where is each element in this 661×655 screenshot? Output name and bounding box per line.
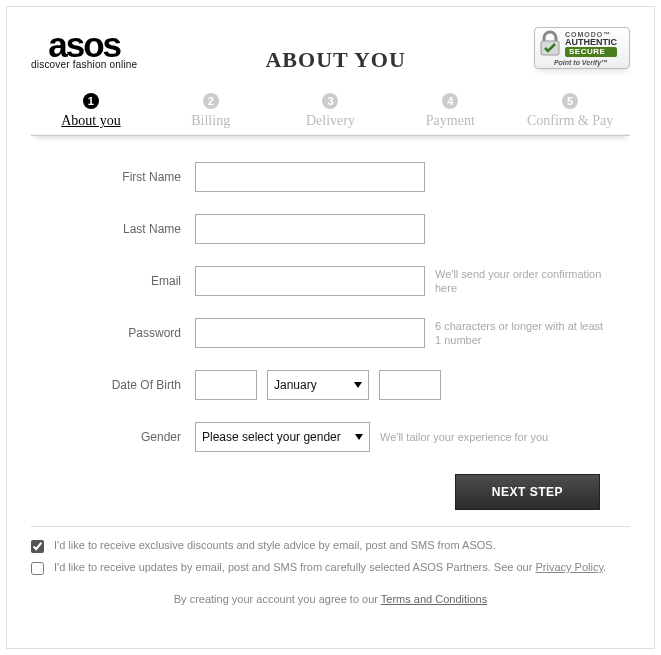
dob-month-select[interactable]: January xyxy=(267,370,369,400)
next-step-button[interactable]: NEXT STEP xyxy=(455,474,600,510)
step-5[interactable]: 5Confirm & Pay xyxy=(510,93,630,129)
progress-steps: 1About you2Billing3Delivery4Payment5Conf… xyxy=(31,93,630,136)
consent-2-checkbox[interactable] xyxy=(31,562,44,575)
secure-sub: Point to Verify™ xyxy=(554,59,608,66)
secure-badge[interactable]: COMODO™ AUTHENTIC SECURE Point to Verify… xyxy=(534,27,630,69)
dob-label: Date Of Birth xyxy=(41,378,181,392)
consent-1-checkbox[interactable] xyxy=(31,540,44,553)
step-4[interactable]: 4Payment xyxy=(390,93,510,129)
step-label: Billing xyxy=(189,113,232,129)
step-3[interactable]: 3Delivery xyxy=(271,93,391,129)
email-input[interactable] xyxy=(195,266,425,296)
secure-main: AUTHENTIC xyxy=(565,38,617,47)
logo-text: asos xyxy=(48,27,120,62)
chevron-down-icon xyxy=(354,382,362,388)
terms-link[interactable]: Terms and Conditions xyxy=(381,593,487,605)
consent-2-prefix: I'd like to receive updates by email, po… xyxy=(54,561,535,573)
step-2[interactable]: 2Billing xyxy=(151,93,271,129)
step-label: Confirm & Pay xyxy=(525,113,615,129)
consent-1[interactable]: I'd like to receive exclusive discounts … xyxy=(31,539,630,553)
step-label: About you xyxy=(59,113,123,129)
consent-2[interactable]: I'd like to receive updates by email, po… xyxy=(31,561,630,575)
password-input[interactable] xyxy=(195,318,425,348)
step-1[interactable]: 1About you xyxy=(31,93,151,129)
brand-logo: asos discover fashion online xyxy=(31,27,137,70)
step-number: 1 xyxy=(83,93,99,109)
gender-hint: We'll tailor your experience for you xyxy=(380,430,548,444)
password-hint: 6 characters or longer with at least 1 n… xyxy=(435,319,605,348)
gender-value: Please select your gender xyxy=(202,430,341,444)
logo-tagline: discover fashion online xyxy=(31,60,137,70)
dob-day-input[interactable] xyxy=(195,370,257,400)
first-name-input[interactable] xyxy=(195,162,425,192)
footer-note: By creating your account you agree to ou… xyxy=(31,593,630,605)
divider xyxy=(31,526,630,527)
password-label: Password xyxy=(41,326,181,340)
step-number: 3 xyxy=(322,93,338,109)
step-label: Payment xyxy=(424,113,477,129)
consent-2-suffix: . xyxy=(603,561,606,573)
email-label: Email xyxy=(41,274,181,288)
privacy-policy-link[interactable]: Privacy Policy xyxy=(535,561,603,573)
last-name-label: Last Name xyxy=(41,222,181,236)
last-name-input[interactable] xyxy=(195,214,425,244)
gender-label: Gender xyxy=(41,430,181,444)
email-hint: We'll send your order confirmation here xyxy=(435,267,605,296)
dob-year-input[interactable] xyxy=(379,370,441,400)
step-number: 5 xyxy=(562,93,578,109)
chevron-down-icon xyxy=(355,434,363,440)
step-number: 2 xyxy=(203,93,219,109)
consent-1-text: I'd like to receive exclusive discounts … xyxy=(54,539,496,551)
first-name-label: First Name xyxy=(41,170,181,184)
gender-select[interactable]: Please select your gender xyxy=(195,422,370,452)
step-number: 4 xyxy=(442,93,458,109)
dob-month-value: January xyxy=(274,378,317,392)
secure-green: SECURE xyxy=(565,47,617,57)
page-title: ABOUT YOU xyxy=(265,47,405,73)
step-label: Delivery xyxy=(304,113,357,129)
footer-prefix: By creating your account you agree to ou… xyxy=(174,593,381,605)
lock-icon xyxy=(537,30,563,58)
